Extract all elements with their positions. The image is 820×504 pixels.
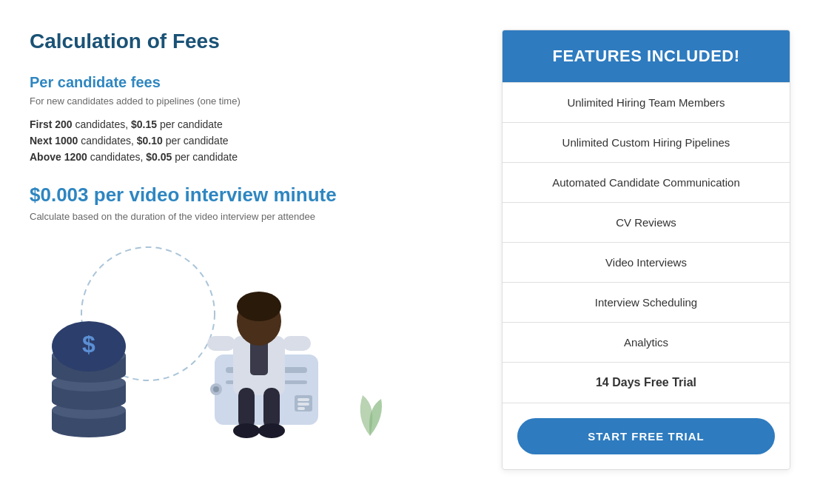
per-candidate-title: Per candidate fees <box>30 74 472 91</box>
main-layout: Calculation of Fees Per candidate fees F… <box>30 30 790 470</box>
fee-tier-2-label: Next 1000 <box>30 135 78 147</box>
feature-row-6: Interview Scheduling <box>503 282 790 322</box>
fee-tier-2-price: $0.10 <box>137 135 163 147</box>
per-candidate-subtitle: For new candidates added to pipelines (o… <box>30 95 472 107</box>
feature-label-2: Unlimited Custom Hiring Pipelines <box>562 136 730 149</box>
svg-rect-25 <box>283 336 311 351</box>
svg-point-30 <box>233 423 260 438</box>
feature-row-8: 14 Days Free Trial <box>503 362 790 403</box>
svg-point-31 <box>258 423 285 438</box>
left-panel: Calculation of Fees Per candidate fees F… <box>30 30 472 447</box>
fee-row-3: Above 1200 candidates, $0.05 per candida… <box>30 151 472 163</box>
video-title: $0.003 per video interview minute <box>30 184 472 206</box>
svg-rect-29 <box>263 388 280 429</box>
right-panel: FEATURES INCLUDED! Unlimited Hiring Team… <box>502 30 790 470</box>
feature-label-4: CV Reviews <box>616 216 676 229</box>
fee-row-2: Next 1000 candidates, $0.10 per candidat… <box>30 135 472 147</box>
features-header: FEATURES INCLUDED! <box>503 30 790 82</box>
svg-point-27 <box>237 292 281 321</box>
feature-row-4: CV Reviews <box>503 202 790 242</box>
svg-rect-28 <box>238 388 255 429</box>
feature-label-7: Analytics <box>624 336 668 349</box>
feature-row-1: Unlimited Hiring Team Members <box>503 82 790 122</box>
fee-tier-3-price: $0.05 <box>146 151 172 163</box>
plant-icon <box>340 380 400 440</box>
svg-rect-19 <box>298 398 309 401</box>
svg-rect-20 <box>298 403 309 406</box>
video-subtitle: Calculate based on the duration of the v… <box>30 211 472 222</box>
illustration: $ <box>30 232 400 447</box>
fee-tier-1-label: First 200 <box>30 118 73 130</box>
coin-stack-icon: $ <box>48 321 130 440</box>
person-figure-icon <box>185 247 333 440</box>
fee-tier-1-price: $0.15 <box>131 118 157 130</box>
svg-text:$: $ <box>82 331 95 357</box>
feature-row-7: Analytics <box>503 322 790 362</box>
start-free-trial-button[interactable]: START FREE TRIAL <box>517 418 775 454</box>
feature-label-1: Unlimited Hiring Team Members <box>567 96 725 109</box>
per-candidate-section: Per candidate fees For new candidates ad… <box>30 74 472 163</box>
start-row: START FREE TRIAL <box>503 403 790 454</box>
feature-label-5: Video Interviews <box>605 256 687 269</box>
fee-row-1: First 200 candidates, $0.15 per candidat… <box>30 118 472 130</box>
svg-point-17 <box>213 386 219 392</box>
feature-row-3: Automated Candidate Communication <box>503 162 790 202</box>
svg-rect-21 <box>298 407 305 410</box>
page-title: Calculation of Fees <box>30 30 472 53</box>
video-section: $0.003 per video interview minute Calcul… <box>30 184 472 222</box>
feature-label-6: Interview Scheduling <box>595 296 697 309</box>
feature-row-2: Unlimited Custom Hiring Pipelines <box>503 122 790 162</box>
svg-rect-24 <box>207 336 235 351</box>
feature-row-5: Video Interviews <box>503 242 790 282</box>
feature-label-3: Automated Candidate Communication <box>552 176 739 189</box>
feature-label-8: 14 Days Free Trial <box>596 376 696 389</box>
fee-tier-3-label: Above 1200 <box>30 151 87 163</box>
